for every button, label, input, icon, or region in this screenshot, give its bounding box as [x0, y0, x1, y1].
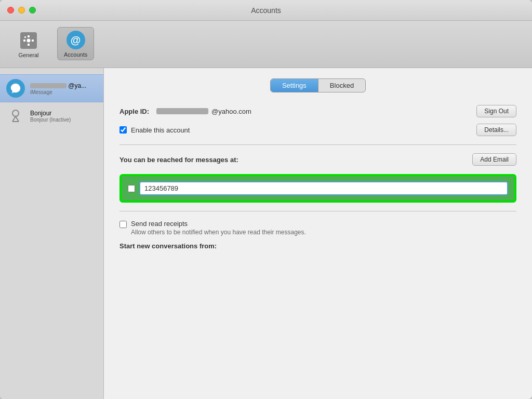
- imessage-info: @ya... iMessage: [30, 82, 86, 95]
- close-button[interactable]: [7, 7, 14, 14]
- imessage-sub: iMessage: [30, 89, 86, 95]
- svg-rect-4: [24, 36, 26, 38]
- minimize-button[interactable]: [18, 7, 25, 14]
- accounts-at-icon: @: [66, 31, 85, 49]
- svg-point-6: [12, 110, 19, 116]
- svg-rect-3: [32, 39, 34, 42]
- traffic-lights: [7, 7, 36, 14]
- svg-point-5: [27, 39, 31, 43]
- sidebar: @ya... iMessage Bonjour Bon: [0, 68, 104, 399]
- green-highlight-area: [119, 174, 516, 203]
- read-receipts-sub: Allow others to be notified when you hav…: [131, 229, 306, 236]
- sign-out-button[interactable]: Sign Out: [476, 105, 516, 117]
- tab-settings[interactable]: Settings: [271, 79, 318, 92]
- read-receipts-checkbox[interactable]: [119, 221, 127, 228]
- start-conversations-label: Start new conversations from:: [119, 242, 516, 250]
- bonjour-avatar: [6, 107, 25, 125]
- phone-number-input[interactable]: [139, 181, 508, 195]
- svg-line-7: [12, 116, 16, 122]
- account-item-imessage[interactable]: @ya... iMessage: [0, 74, 103, 102]
- svg-rect-2: [23, 39, 25, 42]
- content-panel: Settings Blocked Apple ID: @yahoo.com Si…: [104, 68, 532, 399]
- title-bar: Accounts: [0, 0, 532, 21]
- svg-rect-0: [28, 35, 30, 37]
- accounts-icon-wrapper: @: [66, 31, 85, 49]
- maximize-button[interactable]: [29, 7, 36, 14]
- bonjour-name: Bonjour: [30, 110, 71, 117]
- read-receipts-text-block: Send read receipts Allow others to be no…: [131, 220, 306, 236]
- phone-checkbox[interactable]: [128, 185, 135, 192]
- read-receipts-row: Send read receipts Allow others to be no…: [119, 220, 516, 236]
- divider-1: [119, 144, 516, 145]
- tab-blocked[interactable]: Blocked: [318, 79, 365, 92]
- read-receipts-section: Send read receipts Allow others to be no…: [119, 220, 516, 236]
- svg-line-8: [16, 116, 19, 122]
- toolbar-general[interactable]: General: [10, 28, 47, 60]
- add-email-button[interactable]: Add Email: [472, 153, 516, 166]
- reach-row: You can be reached for messages at: Add …: [119, 153, 516, 166]
- main-content: @ya... iMessage Bonjour Bon: [0, 68, 532, 399]
- svg-rect-1: [28, 44, 30, 46]
- imessage-blurred-name: [30, 83, 66, 88]
- reach-title: You can be reached for messages at:: [119, 156, 238, 164]
- general-gear-icon: [20, 32, 37, 49]
- read-receipts-label: Send read receipts: [131, 220, 306, 228]
- enable-label: Enable this account: [131, 126, 190, 134]
- toolbar: General @ Accounts: [0, 21, 532, 68]
- general-icon: [19, 31, 38, 50]
- divider-2: [119, 211, 516, 211]
- accounts-label: Accounts: [64, 51, 87, 58]
- enable-account-row: Enable this account Details...: [119, 124, 516, 136]
- apple-id-row: Apple ID: @yahoo.com Sign Out: [119, 105, 516, 117]
- apple-id-label: Apple ID:: [119, 108, 149, 115]
- details-button[interactable]: Details...: [476, 124, 516, 136]
- account-item-bonjour[interactable]: Bonjour Bonjour (Inactive): [0, 102, 103, 129]
- general-label: General: [18, 52, 38, 58]
- imessage-name: @ya...: [30, 82, 86, 89]
- toolbar-accounts[interactable]: @ Accounts: [57, 27, 94, 60]
- apple-id-blurred: [156, 108, 208, 114]
- enable-checkbox-row: Enable this account: [119, 126, 190, 134]
- enable-checkbox[interactable]: [119, 126, 127, 134]
- main-window: Accounts General @: [0, 0, 532, 399]
- imessage-avatar: [6, 79, 25, 98]
- tab-switcher: Settings Blocked: [119, 78, 516, 92]
- window-title: Accounts: [251, 6, 281, 15]
- bonjour-sub: Bonjour (Inactive): [30, 117, 71, 123]
- apple-id-suffix: @yahoo.com: [211, 108, 251, 115]
- tab-group: Settings Blocked: [270, 78, 366, 92]
- bonjour-info: Bonjour Bonjour (Inactive): [30, 110, 71, 123]
